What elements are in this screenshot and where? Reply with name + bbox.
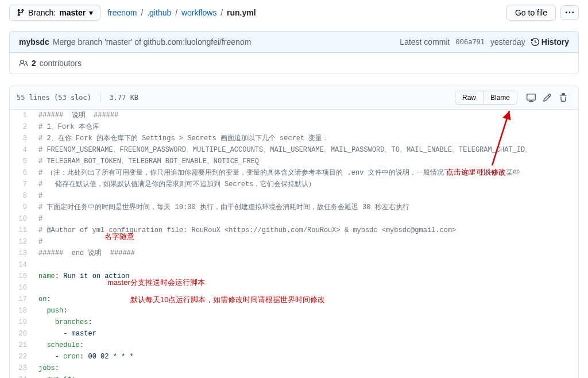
file-lines: 55 lines (53 sloc) [17,94,91,102]
line-number[interactable]: 21 [10,340,33,351]
line-content: # 储存在默认值，如果默认值满足你的需求则可不追加到 Secrets，它们会保持… [33,179,578,190]
history-link[interactable]: History [531,37,569,47]
branch-label: Branch: [28,8,56,17]
line-content: # 下面定时任务中的时间是世界时间，每天 10:00 执行，由于创建虚拟环境会消… [33,202,578,213]
line-content: jobs: [33,362,578,374]
code-line: 9# 下面定时任务中的时间是世界时间，每天 10:00 执行，由于创建虚拟环境会… [10,202,578,213]
pencil-icon [543,93,552,102]
code-line: 15name: Run it on action [10,271,578,282]
breadcrumb-root[interactable]: freenom [107,8,137,17]
breadcrumb-file: run.yml [227,8,256,17]
chevron-down-icon: ▾ [89,8,93,17]
code-line: 14 [10,259,578,271]
git-branch-icon [17,9,25,17]
line-content: # 1、Fork 本仓库 [33,121,578,133]
code-line: 13###### end 说明 ###### [10,248,578,259]
history-icon [531,38,539,46]
code-line: 24 run-it: [10,374,578,378]
line-number[interactable]: 6 [10,167,33,179]
line-content: push: [33,305,578,317]
raw-blame-group: Raw Blame [455,91,517,105]
line-number[interactable]: 14 [10,259,33,271]
goto-file-button[interactable]: Go to file [506,5,556,21]
raw-button[interactable]: Raw [455,91,483,104]
line-number[interactable]: 19 [10,317,33,328]
edit-button[interactable] [539,91,555,105]
code-line: 19 branches: [10,317,578,328]
desktop-icon [527,93,536,102]
line-number[interactable]: 8 [10,190,33,202]
kebab-menu-button[interactable] [560,5,579,20]
line-number[interactable]: 13 [10,248,33,259]
code-line: 7# 储存在默认值，如果默认值满足你的需求则可不追加到 Secrets，它们会保… [10,179,578,190]
line-number[interactable]: 23 [10,362,33,374]
line-number[interactable]: 17 [10,294,33,305]
code-line: 8# [10,190,578,202]
line-number[interactable]: 5 [10,156,33,167]
line-number[interactable]: 3 [10,133,33,144]
contributors-count: 2 [32,59,36,68]
annotation-edit: 点击这里可以修改 [446,167,506,178]
commit-author[interactable]: mybsdc [19,37,49,47]
desktop-button[interactable] [523,91,539,105]
breadcrumb-p2[interactable]: workflows [181,8,216,17]
branch-selector[interactable]: Branch: master ▾ [9,5,100,21]
code-line: 21 schedule: [10,340,578,351]
line-content: ###### end 说明 ###### [33,248,578,259]
branch-name: master [59,8,86,17]
line-content: # [33,190,578,202]
blame-button[interactable]: Blame [483,91,517,104]
line-number[interactable]: 7 [10,179,33,190]
contributors-bar: 2 contributors [9,53,579,74]
latest-commit-label: Latest commit [400,37,450,47]
line-number[interactable]: 24 [10,374,33,378]
line-number[interactable]: 15 [10,271,33,282]
file-size: 3.77 KB [110,94,139,102]
line-content: # FREENOM_USERNAME、FREENOM_PASSWORD、MULT… [33,144,578,156]
code-viewer: 1###### 说明 ######2# 1、Fork 本仓库3# 2、在你 Fo… [9,110,579,378]
line-content: - cron: 00 02 * * * [33,351,578,362]
annotation-master: master分支推送时会运行脚本 [107,277,205,288]
contributors-label: contributors [40,59,82,68]
latest-commit-bar: mybsdc Merge branch 'master' of github.c… [9,31,579,53]
code-line: 11# @Author of yml configuration file: R… [10,225,578,236]
trash-icon [559,93,568,102]
people-icon [19,59,28,68]
breadcrumb-p1[interactable]: .github [147,8,171,17]
code-line: 20 - master [10,328,578,340]
code-line: 12# [10,236,578,248]
line-number[interactable]: 22 [10,351,33,362]
line-number[interactable]: 16 [10,282,33,294]
line-content: # 2、在你 Fork 的本仓库下的 Settings > Secrets 画面… [33,133,578,144]
file-toolbar: 55 lines (53 sloc) 3.77 KB Raw Blame [9,86,579,110]
commit-hash[interactable]: 006a791 [455,38,485,46]
line-number[interactable]: 2 [10,121,33,133]
code-line: 16 [10,282,578,294]
delete-button[interactable] [555,91,571,105]
file-header-row: Branch: master ▾ freenom / .github / wor… [9,0,579,25]
line-content: run-it: [33,374,578,378]
line-content: branches: [33,317,578,328]
commit-message[interactable]: Merge branch 'master' of github.com:luol… [53,37,251,47]
line-number[interactable]: 20 [10,328,33,340]
code-line: 23jobs: [10,362,578,374]
line-number[interactable]: 10 [10,213,33,225]
code-line: 18 push: [10,305,578,317]
line-number[interactable]: 18 [10,305,33,317]
line-content: - master [33,328,578,340]
code-line: 5# TELEGRAM_BOT_TOKEN、TELEGRAM_BOT_ENABL… [10,156,578,167]
line-content: # [33,213,578,225]
code-line: 2# 1、Fork 本仓库 [10,121,578,133]
line-content [33,259,578,271]
line-content: schedule: [33,340,578,351]
code-line: 22 - cron: 00 02 * * * [10,351,578,362]
line-number[interactable]: 11 [10,225,33,236]
line-content: # TELEGRAM_BOT_TOKEN、TELEGRAM_BOT_ENABLE… [33,156,578,167]
line-number[interactable]: 1 [10,110,33,121]
line-number[interactable]: 12 [10,236,33,248]
line-content: ###### 说明 ###### [33,110,578,121]
line-number[interactable]: 4 [10,144,33,156]
line-number[interactable]: 9 [10,202,33,213]
annotation-name: 名字随意 [105,232,134,242]
code-line: 10# [10,213,578,225]
